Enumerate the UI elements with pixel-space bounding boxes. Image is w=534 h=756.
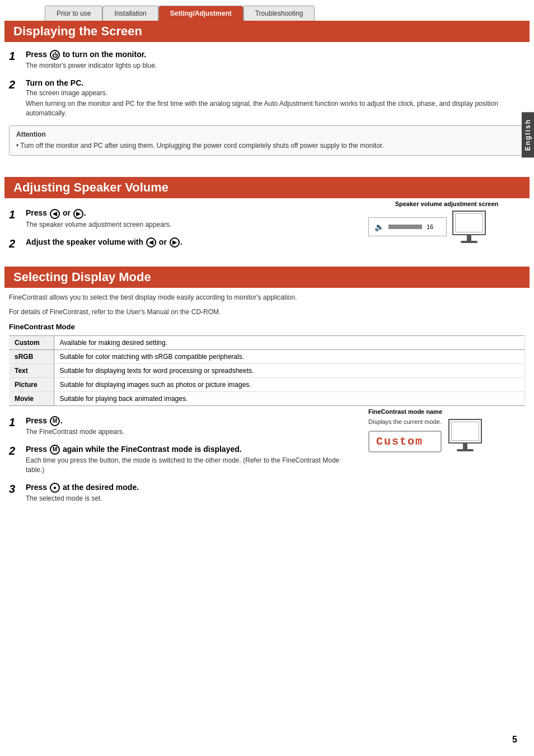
finec-step-1: 1 Press M. The FineContrast mode appears…	[9, 416, 357, 437]
finec-step-1-title: Press M.	[26, 416, 357, 426]
step-number-2: 2	[9, 78, 22, 91]
volume-bar-box: 🔈 16	[368, 217, 447, 236]
monitor-screen	[452, 211, 486, 235]
monitor-illustration	[452, 211, 486, 243]
finec-step-number-3: 3	[9, 483, 22, 495]
finec-step-2-content: Press M again while the FineContrast mod…	[26, 445, 357, 475]
table-row: MovieSuitable for playing back animated …	[9, 391, 525, 405]
page-number: 5	[512, 735, 517, 745]
vol-up2-icon: ▶	[170, 237, 180, 248]
table-desc-cell: Suitable for displaying images such as p…	[54, 377, 525, 391]
speaker-two-col: 1 Press ◀ or ▶. The speaker volume adjus…	[9, 200, 525, 249]
speaker-step-2-content: Adjust the speaker volume with ◀ or ▶.	[26, 237, 357, 248]
m-icon-2: M	[50, 445, 60, 455]
finec-step-1-content: Press M. The FineContrast mode appears.	[26, 416, 357, 437]
step-2-display: 2 Turn on the PC. The screen image appea…	[9, 78, 525, 118]
speaker-illustration: Speaker volume adjustment screen 🔈 16	[368, 200, 525, 249]
step-1-title: Press ⏻ to turn on the monitor.	[26, 50, 525, 60]
table-row: TextSuitable for displaying texts for wo…	[9, 363, 525, 377]
monitor-illustration-2	[448, 419, 482, 451]
table-desc-cell: Suitable for displaying texts for word p…	[54, 363, 525, 377]
speaker-step-1-desc: The speaker volume adjustment screen app…	[26, 220, 357, 230]
finec-right: FineContrast mode name Displays the curr…	[368, 408, 525, 503]
table-desc-cell: Suitable for color matching with sRGB co…	[54, 349, 525, 363]
tab-prior-to-use[interactable]: Prior to use	[45, 6, 102, 21]
step-2-content: Turn on the PC. The screen image appears…	[26, 78, 525, 118]
display-mode-content: FineContrast allows you to select the be…	[0, 292, 534, 503]
speaker-volume-header: Adjusting Speaker Volume	[4, 177, 530, 198]
speaker-step-number-1: 1	[9, 208, 22, 221]
table-mode-cell: Picture	[9, 377, 54, 391]
speaker-step-1-content: Press ◀ or ▶. The speaker volume adjustm…	[26, 208, 357, 229]
finec-step-3-desc: The selected mode is set.	[26, 494, 357, 503]
custom-mode-box: Custom	[368, 431, 442, 452]
speaker-screen-container: 🔈 16	[368, 211, 525, 243]
finec-step-number-1: 1	[9, 416, 22, 428]
display-mode-desc2: For details of FineContrast, refer to th…	[9, 307, 525, 317]
finec-step-2-desc: Each time you press the button, the mode…	[26, 456, 357, 475]
speaker-volume-content: 1 Press ◀ or ▶. The speaker volume adjus…	[0, 200, 534, 249]
finec-step-3-title: Press ● at the desired mode.	[26, 483, 357, 493]
table-row: CustomAvailable for making desired setti…	[9, 335, 525, 349]
tab-setting-adjustment[interactable]: Setting/Adjustment	[158, 6, 243, 21]
table-mode-cell: Text	[9, 363, 54, 377]
finec-step-1-desc: The FineContrast mode appears.	[26, 427, 357, 437]
step-1-desc: The monitor's power indicator lights up …	[26, 61, 525, 71]
finec-step-3: 3 Press ● at the desired mode. The selec…	[9, 483, 357, 503]
or-text: or	[63, 208, 73, 217]
finec-steps-two-col: 1 Press M. The FineContrast mode appears…	[9, 408, 525, 503]
vol-down-icon: ◀	[50, 209, 60, 219]
displaying-screen-content: 1 Press ⏻ to turn on the monitor. The mo…	[0, 50, 534, 156]
display-mode-header: Selecting Display Mode	[4, 267, 530, 288]
power-icon: ⏻	[50, 50, 60, 60]
speaker-steps: 1 Press ◀ or ▶. The speaker volume adjus…	[9, 200, 357, 249]
side-label: English	[522, 112, 534, 157]
table-mode-cell: Custom	[9, 335, 54, 349]
finec-step-number-2: 2	[9, 445, 22, 457]
finec-left: 1 Press M. The FineContrast mode appears…	[9, 408, 357, 503]
speaker-screen-label: Speaker volume adjustment screen	[368, 200, 525, 207]
displaying-screen-header: Displaying the Screen	[4, 21, 530, 42]
finecontrast-title: FineContrast Mode	[9, 323, 525, 331]
m-icon-1: M	[50, 416, 60, 426]
step-1-content: Press ⏻ to turn on the monitor. The moni…	[26, 50, 525, 71]
speaker-step-2: 2 Adjust the speaker volume with ◀ or ▶.	[9, 237, 357, 250]
monitor-stand-base-2	[457, 449, 474, 451]
table-desc-cell: Available for making desired setting.	[54, 335, 525, 349]
attention-box: Attention • Turn off the monitor and PC …	[9, 125, 525, 156]
monitor-stand-neck	[467, 235, 471, 241]
table-row: PictureSuitable for displaying images su…	[9, 377, 525, 391]
table-mode-cell: sRGB	[9, 349, 54, 363]
attention-text: • Turn off the monitor and PC after usin…	[16, 141, 518, 151]
speaker-step-number-2: 2	[9, 237, 22, 250]
tab-installation[interactable]: Installation	[102, 6, 158, 21]
step-2-desc1: The screen image appears.	[26, 88, 525, 98]
step-number-1: 1	[9, 50, 22, 62]
speaker-icon: 🔈	[374, 222, 384, 231]
monitor-screen-inner-2	[451, 422, 479, 441]
finecontrast-name-label: FineContrast mode name	[368, 408, 525, 415]
display-mode-desc1: FineContrast allows you to select the be…	[9, 292, 525, 302]
step-2-title: Turn on the PC.	[26, 78, 525, 87]
vol-down2-icon: ◀	[146, 237, 156, 248]
step-1-display: 1 Press ⏻ to turn on the monitor. The mo…	[9, 50, 525, 71]
gap-2	[0, 250, 534, 267]
custom-mode-container: Displays the current mode. Custom	[368, 418, 525, 452]
speaker-step-1: 1 Press ◀ or ▶. The speaker volume adjus…	[9, 208, 357, 229]
monitor-stand-neck-2	[463, 444, 467, 449]
monitor-screen-inner	[455, 213, 483, 232]
gap-1	[0, 160, 534, 177]
or-text2: or	[159, 237, 169, 246]
step-2-desc2: When turning on the monitor and PC for t…	[26, 99, 525, 118]
monitor-screen-2	[448, 419, 482, 444]
volume-bar	[388, 225, 422, 229]
finecontrast-table: CustomAvailable for making desired setti…	[9, 335, 525, 406]
attention-title: Attention	[16, 130, 518, 138]
volume-number: 16	[427, 223, 433, 230]
table-row: sRGBSuitable for color matching with sRG…	[9, 349, 525, 363]
current-mode-desc: Displays the current mode.	[368, 418, 442, 425]
table-mode-cell: Movie	[9, 391, 54, 405]
tab-navigation: Prior to use Installation Setting/Adjust…	[0, 0, 534, 21]
tab-troubleshooting[interactable]: Troubleshooting	[243, 6, 315, 21]
finec-step-2-title: Press M again while the FineContrast mod…	[26, 445, 357, 455]
